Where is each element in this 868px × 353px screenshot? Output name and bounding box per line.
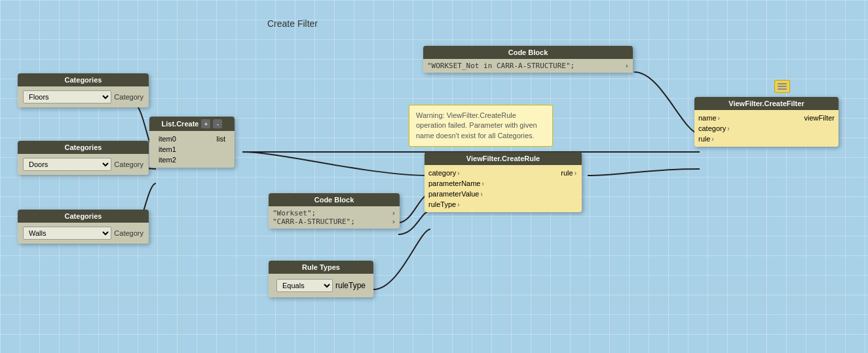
code-line-workset: "WORKSET_Not in CARR-A-STRUCTURE"; › (427, 62, 629, 70)
create-rule-category-port: category › rule › (428, 168, 578, 178)
code-line-2: "CARR-A-STRUCTURE"; › (273, 217, 396, 226)
warning-box: Warning: ViewFilter.CreateRule operation… (409, 105, 553, 147)
rule-types-node: Rule Types Equals ruleType (269, 261, 373, 297)
code-block-1-body: "Workset"; › "CARR-A-STRUCTURE"; › (269, 206, 400, 229)
create-rule-parametername-port: parameterName › (428, 178, 578, 189)
code-line-1: "Workset"; › (273, 209, 396, 217)
note-icon (774, 80, 790, 93)
categories-3-header: Categories (18, 210, 149, 223)
create-rule-header: ViewFilter.CreateRule (425, 152, 582, 165)
rule-types-header: Rule Types (269, 261, 373, 274)
create-filter-header: ViewFilter.CreateFilter (694, 97, 839, 110)
list-create-node: List.Create + - item0 list item1 item2 (149, 117, 235, 168)
code-block-2-body: "WORKSET_Not in CARR-A-STRUCTURE"; › (423, 59, 633, 73)
categories-node-3: Categories Walls Category (18, 210, 149, 244)
note-line-1 (778, 83, 787, 84)
view-filter-create-filter-node: ViewFilter.CreateFilter name › viewFilte… (694, 97, 839, 147)
categories-2-port-label: Category (114, 160, 143, 168)
note-line-3 (778, 88, 787, 90)
create-filter-name-port: name › viewFilter (698, 113, 835, 123)
create-filter-label: Create Filter (267, 18, 318, 29)
code-block-2-header: Code Block (423, 46, 633, 59)
categories-3-port-label: Category (114, 229, 143, 237)
create-rule-ruletype-port: ruleType › (428, 199, 578, 210)
categories-2-select[interactable]: Doors (23, 158, 111, 171)
categories-3-select[interactable]: Walls (23, 227, 111, 240)
list-create-remove-button[interactable]: - (213, 119, 222, 128)
create-filter-category-port: category › (698, 123, 835, 134)
list-create-header: List.Create + - (149, 117, 235, 131)
categories-node-2: Categories Doors Category (18, 141, 149, 175)
create-filter-rule-port: rule › (698, 134, 835, 144)
categories-1-header: Categories (18, 73, 149, 86)
create-rule-parametervalue-port: parameterValue › (428, 189, 578, 199)
view-filter-create-rule-node: ViewFilter.CreateRule category › rule › … (425, 152, 582, 212)
create-filter-body: name › viewFilter category › rule › (694, 110, 839, 147)
list-item-2: item2 (153, 155, 231, 165)
categories-node-1: Categories Floors Category (18, 73, 149, 107)
categories-1-port-label: Category (114, 93, 143, 101)
list-create-add-button[interactable]: + (201, 119, 210, 128)
create-rule-body: category › rule › parameterName › parame… (425, 165, 582, 212)
code-block-1-node: Code Block "Workset"; › "CARR-A-STRUCTUR… (269, 193, 400, 229)
categories-2-header: Categories (18, 141, 149, 154)
code-block-1-header: Code Block (269, 193, 400, 206)
list-item-0: item0 list (153, 134, 231, 144)
note-line-2 (778, 86, 787, 87)
canvas: Create Filter Categories Floors (0, 0, 868, 353)
list-item-1: item1 (153, 144, 231, 155)
rule-types-select[interactable]: Equals (276, 279, 333, 292)
code-block-2-node: Code Block "WORKSET_Not in CARR-A-STRUCT… (423, 46, 633, 73)
categories-1-select[interactable]: Floors (23, 90, 111, 103)
rule-types-port: ruleType (335, 281, 366, 290)
warning-text: Warning: ViewFilter.CreateRule operation… (416, 111, 537, 139)
